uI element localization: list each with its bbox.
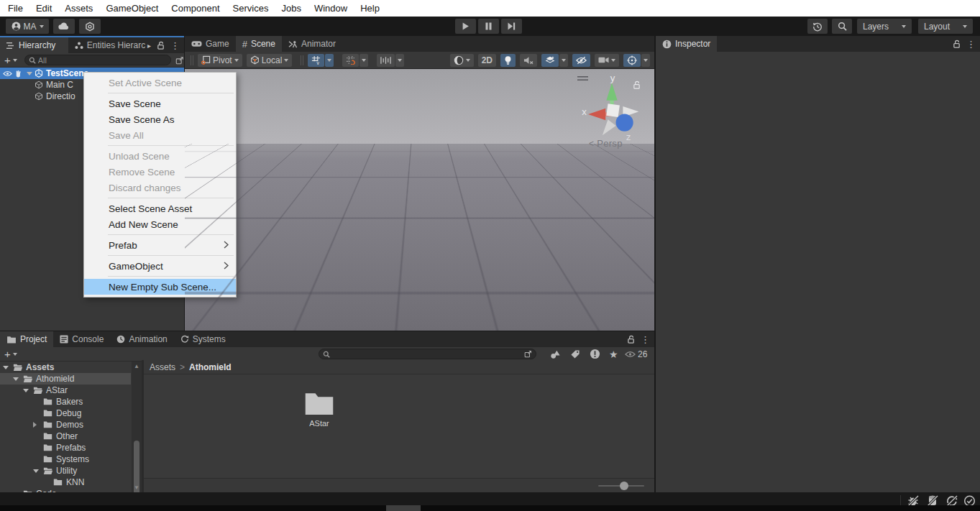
undo-history-button[interactable] xyxy=(807,19,828,34)
scroll-up-icon[interactable]: ▲ xyxy=(134,363,139,369)
increment-snap-button[interactable] xyxy=(342,54,359,67)
tab-systems[interactable]: Systems xyxy=(174,331,232,347)
measure-tool-button[interactable] xyxy=(377,54,395,67)
unlock-icon[interactable] xyxy=(627,335,635,344)
shading-mode-dropdown[interactable] xyxy=(450,54,474,67)
unlock-icon[interactable] xyxy=(157,41,165,50)
menu-component[interactable]: Component xyxy=(165,0,226,17)
audio-mute-button[interactable] xyxy=(520,54,537,67)
panel-menu-icon[interactable]: ⋮ xyxy=(170,40,180,51)
foldout-icon[interactable] xyxy=(23,389,29,392)
foldout-icon[interactable] xyxy=(3,366,9,369)
gizmos-dropdown[interactable] xyxy=(641,54,650,67)
add-icon[interactable]: + xyxy=(4,349,11,359)
breadcrumb-current[interactable]: Athomield xyxy=(189,362,232,372)
menu-item-select-scene-asset[interactable]: Select Scene Asset xyxy=(84,201,236,216)
tab-project[interactable]: Project xyxy=(0,331,53,347)
effects-dropdown[interactable] xyxy=(559,54,568,67)
tab-animation[interactable]: Animation xyxy=(110,331,173,347)
menu-gameobject[interactable]: GameObject xyxy=(99,0,165,17)
tree-item-utility[interactable]: Utility xyxy=(0,465,131,477)
foldout-icon[interactable] xyxy=(27,72,32,75)
pickability-hand-icon[interactable] xyxy=(14,70,22,78)
tree-item-bakers[interactable]: Bakers xyxy=(0,396,131,408)
project-content-area[interactable]: AStar xyxy=(144,374,654,478)
toolbar-drag-handle[interactable] xyxy=(191,55,193,65)
account-button[interactable]: MA xyxy=(6,19,49,34)
panel-menu-icon[interactable]: ⋮ xyxy=(966,39,976,50)
step-button[interactable] xyxy=(501,19,522,34)
search-by-type-icon[interactable] xyxy=(550,349,561,359)
tab-hierarchy[interactable]: Hierarchy xyxy=(0,37,68,53)
menu-help[interactable]: Help xyxy=(354,0,386,17)
add-dropdown-caret[interactable] xyxy=(13,353,17,356)
layers-dropdown[interactable]: Layers xyxy=(857,19,912,34)
cloud-button[interactable] xyxy=(53,19,75,34)
tree-item-demos[interactable]: Demos xyxy=(0,419,131,431)
grid-snap-button[interactable]: y xyxy=(308,54,324,67)
eye-icon[interactable] xyxy=(3,70,12,77)
search-everywhere-button[interactable] xyxy=(832,19,852,34)
pivot-mode-dropdown[interactable]: Pivot xyxy=(198,54,242,67)
menu-jobs[interactable]: Jobs xyxy=(275,0,307,17)
increment-snap-dropdown[interactable] xyxy=(360,54,368,67)
2d-toggle-button[interactable]: 2D xyxy=(478,54,496,67)
tree-item-prefabs[interactable]: Prefabs xyxy=(0,442,131,454)
hub-button[interactable] xyxy=(79,19,101,34)
hidden-packages-icon[interactable] xyxy=(590,349,600,359)
tab-scene[interactable]: # Scene xyxy=(236,36,282,52)
tab-entities-hierarchy[interactable]: Entities Hierarc xyxy=(68,37,147,53)
tree-scrollbar[interactable]: ▲ ▼ xyxy=(132,362,142,492)
tab-console[interactable]: Console xyxy=(53,331,110,347)
toolbar-drag-handle[interactable] xyxy=(301,55,303,65)
play-button[interactable] xyxy=(455,19,476,34)
menu-item-save-scene[interactable]: Save Scene xyxy=(84,96,236,111)
foldout-icon[interactable] xyxy=(13,377,19,381)
more-tabs-icon[interactable]: ▸ xyxy=(147,42,151,50)
scroll-down-icon[interactable]: ▼ xyxy=(134,484,139,491)
scene-lighting-button[interactable] xyxy=(500,54,516,67)
add-icon[interactable]: + xyxy=(4,55,11,65)
tree-item-other[interactable]: Other xyxy=(0,431,131,442)
menu-file[interactable]: File xyxy=(1,0,29,17)
grid-snap-dropdown[interactable] xyxy=(325,54,334,67)
open-search-window-icon[interactable] xyxy=(524,350,532,358)
menu-item-prefab[interactable]: Prefab xyxy=(84,237,236,253)
tree-item-athomield[interactable]: Athomield xyxy=(0,373,131,385)
tab-animator[interactable]: Animator xyxy=(282,36,342,52)
thumbnail-size-slider[interactable] xyxy=(598,485,644,487)
menu-assets[interactable]: Assets xyxy=(58,0,99,17)
tree-item-knn[interactable]: KNN xyxy=(0,477,131,488)
breadcrumb-root[interactable]: Assets xyxy=(150,362,175,372)
foldout-icon[interactable] xyxy=(33,422,37,428)
scene-viewport[interactable]: y x z < Persp xyxy=(185,69,654,331)
tree-item-debug[interactable]: Debug xyxy=(0,408,131,419)
menu-item-gameobject[interactable]: GameObject xyxy=(84,258,236,274)
handle-rotation-dropdown[interactable]: Local xyxy=(247,54,293,67)
add-dropdown-caret[interactable] xyxy=(13,59,17,62)
asset-item-astar[interactable]: AStar xyxy=(298,390,341,428)
menu-window[interactable]: Window xyxy=(308,0,354,17)
pause-button[interactable] xyxy=(478,19,499,34)
unlock-icon[interactable] xyxy=(953,40,961,48)
tree-item-systems[interactable]: Systems xyxy=(0,454,131,465)
effects-button[interactable] xyxy=(541,54,559,67)
menu-services[interactable]: Services xyxy=(226,0,275,17)
tab-game[interactable]: Game xyxy=(185,36,236,52)
project-search-field[interactable] xyxy=(319,349,536,359)
hierarchy-search-field[interactable] xyxy=(24,55,171,65)
favorites-star-icon[interactable]: ★ xyxy=(609,349,618,360)
tree-item-assets[interactable]: Assets xyxy=(0,362,131,373)
gizmos-button[interactable] xyxy=(623,54,641,67)
panel-menu-icon[interactable]: ⋮ xyxy=(641,334,650,345)
camera-settings-dropdown[interactable] xyxy=(595,54,619,67)
measure-tool-dropdown[interactable] xyxy=(395,54,404,67)
tree-item-astar[interactable]: AStar xyxy=(0,385,131,396)
tab-inspector[interactable]: Inspector xyxy=(656,36,717,52)
layout-dropdown[interactable]: Layout xyxy=(918,19,973,34)
menu-item-save-scene-as[interactable]: Save Scene As xyxy=(84,111,236,127)
search-by-label-icon[interactable] xyxy=(570,349,580,359)
foldout-icon[interactable] xyxy=(33,469,39,473)
project-search-input[interactable] xyxy=(332,350,522,359)
hidden-objects-button[interactable] xyxy=(572,54,590,67)
